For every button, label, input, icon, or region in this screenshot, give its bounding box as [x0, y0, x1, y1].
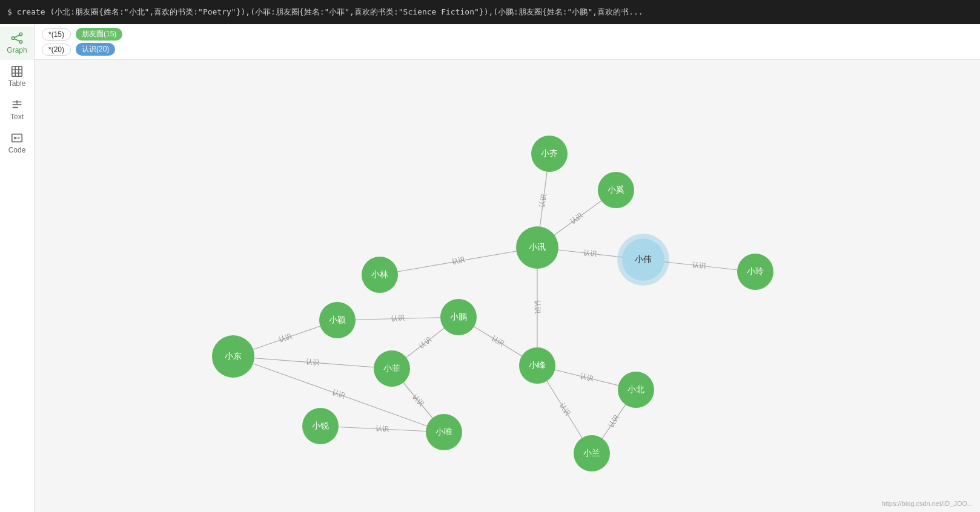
- svg-text:认识: 认识: [583, 249, 597, 257]
- command-bar: $ create (小北:朋友圈{姓名:"小北",喜欢的书类:"Poetry"}…: [0, 0, 980, 24]
- svg-text:认识: 认识: [391, 314, 405, 322]
- svg-point-0: [12, 37, 15, 40]
- svg-text:认识: 认识: [306, 358, 320, 366]
- command-text: $ create (小北:朋友圈{姓名:"小北",喜欢的书类:"Poetry"}…: [7, 7, 643, 18]
- svg-line-33: [233, 356, 392, 369]
- graph-icon: [10, 31, 24, 45]
- svg-text:认识: 认识: [580, 372, 594, 382]
- node-xiaofeng[interactable]: 小峰: [519, 347, 555, 384]
- sidebar-label-table: Table: [8, 79, 26, 88]
- node-xiaobei[interactable]: 小北: [618, 372, 654, 408]
- svg-line-4: [15, 39, 20, 41]
- node-xiaowei2[interactable]: 小唯: [426, 414, 462, 450]
- node-xiaoling[interactable]: 小玲: [737, 254, 773, 290]
- node-xiaoxun[interactable]: 小讯: [516, 226, 558, 269]
- tags-bar: *(15) 朋友圈(15) *(20) 认识(20): [35, 24, 980, 60]
- svg-rect-5: [12, 67, 22, 77]
- tag-pengyouquan[interactable]: 朋友圈(15): [76, 28, 122, 41]
- graph-area[interactable]: 认识认识认识认识认识认识认识认识认识认识认识认识认识认识认识认识认识 小齐小奚小…: [35, 60, 980, 512]
- sidebar-item-code[interactable]: Code: [0, 126, 34, 160]
- node-xiaorui[interactable]: 小锐: [302, 408, 339, 444]
- sidebar-item-graph[interactable]: Graph: [0, 27, 34, 60]
- svg-text:认识: 认识: [569, 211, 584, 225]
- text-icon: [10, 98, 24, 111]
- svg-text:认识: 认识: [451, 256, 466, 266]
- node-xiaolan[interactable]: 小兰: [574, 435, 610, 471]
- node-xiaodong[interactable]: 小东: [212, 335, 254, 378]
- sidebar-label-code: Code: [8, 146, 26, 154]
- node-xiaoying[interactable]: 小颖: [319, 302, 356, 338]
- sidebar-item-text[interactable]: Text: [0, 93, 34, 126]
- main-content: *(15) 朋友圈(15) *(20) 认识(20) 认识认识认识认识认识认识认…: [35, 24, 980, 512]
- svg-text:认识: 认识: [376, 424, 389, 432]
- node-xiaowei[interactable]: 小伟: [622, 238, 664, 281]
- sidebar-label-text: Text: [10, 113, 24, 121]
- svg-text:认识: 认识: [558, 401, 572, 416]
- svg-rect-14: [12, 134, 22, 142]
- tag-renshi[interactable]: 认识(20): [76, 43, 115, 56]
- table-icon: [10, 65, 24, 78]
- svg-text:认识: 认识: [277, 332, 293, 344]
- svg-text:认识: 认识: [417, 335, 432, 349]
- node-xiaofei[interactable]: 小菲: [374, 350, 410, 387]
- svg-text:认识: 认识: [411, 392, 425, 407]
- node-xiaopeng[interactable]: 小鹏: [440, 299, 477, 335]
- tags-row-1: *(15) 朋友圈(15): [42, 28, 973, 41]
- sidebar-item-table[interactable]: Table: [0, 60, 34, 93]
- tag-star-20[interactable]: *(20): [42, 44, 71, 56]
- node-xiaolin[interactable]: 小林: [362, 257, 398, 293]
- svg-text:认识: 认识: [491, 334, 506, 347]
- node-xiaoqi[interactable]: 小齐: [531, 136, 568, 172]
- svg-line-25: [380, 248, 537, 275]
- sidebar-label-graph: Graph: [7, 46, 27, 54]
- sidebar: Graph Table Text: [0, 24, 35, 512]
- svg-text:认识: 认识: [534, 300, 541, 313]
- svg-text:认识: 认识: [331, 388, 346, 399]
- svg-line-35: [233, 356, 444, 432]
- watermark: https://blog.csdn.net/ID_JOO...: [882, 500, 973, 507]
- svg-line-3: [15, 35, 20, 38]
- node-xiaoke[interactable]: 小奚: [598, 172, 634, 208]
- svg-text:认识: 认识: [692, 261, 706, 269]
- svg-text:认识: 认识: [606, 413, 620, 428]
- tags-row-2: *(20) 认识(20): [42, 43, 973, 56]
- code-icon: [10, 131, 24, 145]
- tag-star-15[interactable]: *(15): [42, 28, 71, 41]
- svg-text:认识: 认识: [538, 194, 548, 208]
- graph-canvas: 认识认识认识认识认识认识认识认识认识认识认识认识认识认识认识认识认识 小齐小奚小…: [35, 60, 980, 512]
